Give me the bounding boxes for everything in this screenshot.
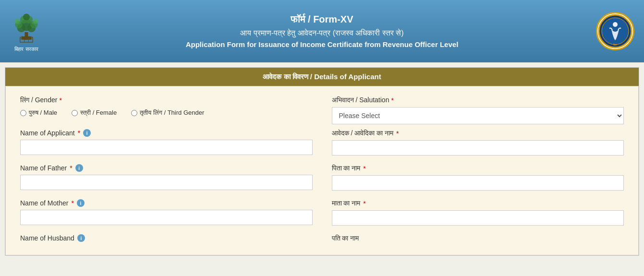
salutation-label-text: अभिवादन / Salutation [332, 96, 389, 104]
applicant-name-english-label: Name of Applicant * i [20, 129, 313, 137]
applicant-name-hindi-group: आवेदक / आवेदिका का नाम * [332, 129, 624, 156]
father-name-english-input[interactable] [20, 175, 313, 190]
form-body: लिंग / Gender * पुरुष / Male स्त्री / Fe… [5, 86, 639, 255]
mother-name-hindi-input[interactable] [332, 210, 624, 226]
mother-name-hindi-group: माता का नाम * [332, 199, 624, 226]
father-name-hindi-label: पिता का नाम * [332, 164, 624, 172]
form-title-hindi: फॉर्म / Form-XV [186, 14, 459, 25]
salutation-select[interactable]: Please Select श्री / Shri श्रीमती / Smt … [332, 107, 624, 124]
gender-female-label: स्त्री / Female [80, 109, 117, 117]
bihar-logo-text: बिहार सरकार [14, 46, 38, 52]
gender-female-radio[interactable] [72, 110, 78, 116]
left-logo: बिहार सरकार [10, 11, 43, 52]
mother-name-english-input[interactable] [20, 210, 313, 225]
svg-point-13 [23, 14, 30, 21]
mother-name-hindi-text: माता का नाम [332, 199, 361, 207]
father-name-english-group: Name of Father * i [20, 164, 313, 191]
husband-name-english-group: Name of Husband i [20, 234, 313, 245]
gender-male-label: पुरुष / Male [29, 109, 57, 117]
emblem-svg: बिहार [598, 14, 632, 48]
gender-salutation-row: लिंग / Gender * पुरुष / Male स्त्री / Fe… [20, 96, 624, 124]
salutation-label: अभिवादन / Salutation * [332, 96, 624, 104]
husband-name-english-text: Name of Husband [20, 234, 74, 242]
gender-label-text: लिंग / Gender [20, 96, 57, 104]
page-header: बिहार सरकार फॉर्म / Form-XV आय प्रमाण-पत… [0, 0, 644, 62]
svg-text:बिहार: बिहार [613, 43, 618, 46]
mother-name-english-group: Name of Mother * i [20, 199, 313, 226]
husband-name-hindi-text: पति का नाम [332, 234, 359, 242]
gender-third-option[interactable]: तृतीय लिंग / Third Gender [131, 109, 204, 117]
applicant-name-info-icon[interactable]: i [83, 129, 91, 137]
father-name-hindi-text: पिता का नाम [332, 164, 361, 172]
husband-name-english-label: Name of Husband i [20, 234, 313, 242]
father-name-hindi-input[interactable] [332, 175, 624, 191]
form-container: आवेदक का विवरण / Details of Applicant लि… [5, 67, 639, 256]
applicant-name-row: Name of Applicant * i आवेदक / आवेदिका का… [20, 129, 624, 164]
svg-point-18 [613, 22, 618, 27]
father-name-hindi-group: पिता का नाम * [332, 164, 624, 191]
mother-name-hindi-label: माता का नाम * [332, 199, 624, 207]
husband-name-row: Name of Husband i पति का नाम [20, 234, 624, 245]
father-name-hindi-required: * [363, 165, 365, 172]
father-name-required: * [70, 164, 72, 172]
form-subtitle-hindi: आय प्रमाण-पत्र हेतु आवेदन-पत्र (राजस्व अ… [186, 29, 459, 37]
mother-name-info-icon[interactable]: i [77, 199, 85, 207]
applicant-name-hindi-input[interactable] [332, 140, 624, 156]
svg-rect-1 [22, 36, 32, 40]
salutation-required: * [391, 96, 393, 104]
svg-point-17 [602, 18, 629, 45]
form-title-english: Application Form for Issuance of Income … [186, 40, 459, 48]
mother-name-english-label: Name of Mother * i [20, 199, 313, 207]
husband-name-hindi-label: पति का नाम [332, 234, 624, 242]
father-name-info-icon[interactable]: i [75, 164, 83, 172]
gender-third-label: तृतीय लिंग / Third Gender [140, 109, 204, 117]
gender-third-radio[interactable] [131, 110, 137, 116]
applicant-name-english-group: Name of Applicant * i [20, 129, 313, 156]
gender-male-option[interactable]: पुरुष / Male [20, 109, 57, 117]
header-center: फॉर्म / Form-XV आय प्रमाण-पत्र हेतु आवेद… [186, 14, 459, 48]
father-name-row: Name of Father * i पिता का नाम * [20, 164, 624, 199]
gender-female-option[interactable]: स्त्री / Female [72, 109, 117, 117]
gender-label: लिंग / Gender * [20, 96, 313, 104]
husband-name-hindi-group: पति का नाम [332, 234, 624, 245]
applicant-name-hindi-text: आवेदक / आवेदिका का नाम [332, 129, 393, 137]
applicant-name-english-input[interactable] [20, 140, 313, 155]
applicant-name-english-text: Name of Applicant [20, 129, 75, 137]
bihar-tree-icon [10, 11, 43, 44]
svg-point-15 [33, 19, 38, 24]
gender-radio-group: पुरुष / Male स्त्री / Female तृतीय लिंग … [20, 109, 313, 117]
svg-point-14 [15, 19, 20, 24]
husband-name-info-icon[interactable]: i [77, 234, 85, 242]
gender-required: * [59, 96, 61, 104]
mother-name-english-text: Name of Mother [20, 199, 68, 207]
applicant-name-required: * [78, 129, 80, 137]
gender-column: लिंग / Gender * पुरुष / Male स्त्री / Fe… [20, 96, 313, 124]
father-name-english-label: Name of Father * i [20, 164, 313, 172]
right-logo: बिहार [596, 12, 634, 50]
father-name-english-text: Name of Father [20, 164, 67, 172]
mother-name-row: Name of Mother * i माता का नाम * [20, 199, 624, 234]
applicant-name-hindi-label: आवेदक / आवेदिका का नाम * [332, 129, 624, 137]
emblem-icon: बिहार [596, 12, 634, 50]
applicant-name-hindi-required: * [396, 130, 399, 137]
section-title: आवेदक का विवरण / Details of Applicant [5, 68, 639, 86]
gender-male-radio[interactable] [20, 110, 26, 116]
mother-name-required: * [71, 199, 73, 207]
mother-name-hindi-required: * [363, 200, 365, 207]
salutation-column: अभिवादन / Salutation * Please Select श्र… [332, 96, 624, 124]
